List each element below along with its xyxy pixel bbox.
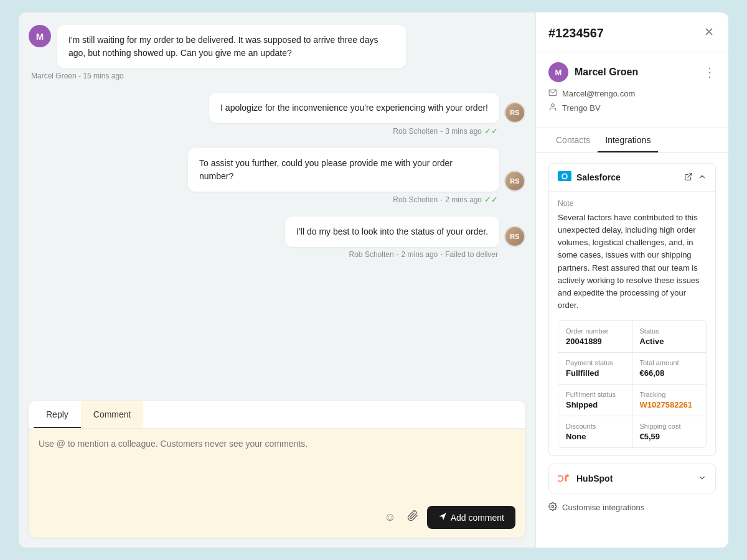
order-number-cell: Order number 20041889 <box>558 321 632 353</box>
contact-email-row: Marcel@trengo.com <box>548 88 716 99</box>
reply-tabs: Reply Comment <box>29 401 525 429</box>
salesforce-header: Salesforce <box>549 164 715 191</box>
salesforce-logo <box>558 171 571 184</box>
shipping-cost-cell: Shipping cost €5,59 <box>632 416 707 447</box>
read-checkmarks-1: ✓✓ <box>484 126 498 136</box>
incoming-bubble: I'm still waiting for my order to be del… <box>57 25 406 68</box>
tracking-cell: Tracking W1027582261 <box>632 385 707 416</box>
paperclip-icon <box>407 511 418 524</box>
tab-integrations[interactable]: Integrations <box>598 128 658 152</box>
more-options-button[interactable]: ⋮ <box>703 66 716 78</box>
note-label: Note <box>558 199 707 208</box>
outgoing-bubble-3: I'll do my best to look into the status … <box>285 217 499 247</box>
reply-bar: Reply Comment ☺ <box>29 401 525 538</box>
customise-integrations[interactable]: Customise integrations <box>548 493 716 515</box>
attachment-button[interactable] <box>405 508 421 527</box>
note-text: Several factors have contributed to this… <box>558 212 707 312</box>
contact-avatar: M <box>548 62 568 82</box>
fulfilment-cell: Fulfilment status Shipped <box>558 385 632 416</box>
outgoing-bubble-1: I apologize for the inconvenience you're… <box>209 93 499 123</box>
comment-area <box>29 429 525 501</box>
message-incoming: M I'm still waiting for my order to be d… <box>29 25 525 80</box>
hubspot-logo <box>558 472 571 485</box>
comment-input[interactable] <box>39 439 515 488</box>
salesforce-external-link[interactable] <box>684 172 693 183</box>
chat-messages: M I'm still waiting for my order to be d… <box>29 25 525 401</box>
avatar-m: M <box>29 25 51 47</box>
company-icon <box>548 103 557 113</box>
hubspot-name: HubSpot <box>576 474 613 483</box>
close-button[interactable] <box>702 25 716 42</box>
hubspot-expand[interactable] <box>698 474 707 484</box>
comment-actions: ☺ Add comment <box>29 501 525 538</box>
ticket-header: #1234567 <box>536 12 728 52</box>
agent-avatar-2: RS <box>504 170 525 192</box>
agent-avatar-1: RS <box>504 102 525 123</box>
outgoing-meta-1: Rob Scholten - 3 mins ago ✓✓ <box>393 126 498 136</box>
svg-line-5 <box>688 173 692 177</box>
contact-company-row: Trengo BV <box>548 103 716 113</box>
add-comment-button[interactable]: Add comment <box>427 506 515 529</box>
panel-tabs: Contacts Integrations <box>536 128 728 153</box>
send-icon <box>438 512 447 523</box>
outgoing-bubble-2: To assist you further, could you please … <box>188 148 499 192</box>
salesforce-name-row: Salesforce <box>558 171 621 184</box>
tab-contacts[interactable]: Contacts <box>548 128 598 152</box>
outgoing-meta-3: Rob Scholten - 2 mins ago - Failed to de… <box>349 250 498 259</box>
message-outgoing-1: I apologize for the inconvenience you're… <box>29 93 525 136</box>
chat-panel: M I'm still waiting for my order to be d… <box>19 12 535 548</box>
message-outgoing-3: I'll do my best to look into the status … <box>29 217 525 259</box>
outgoing-meta-2: Rob Scholten - 2 mins ago ✓✓ <box>393 195 498 204</box>
total-amount-cell: Total amount €66,08 <box>632 353 707 385</box>
right-panel: #1234567 M Marcel Groen ⋮ <box>535 12 728 548</box>
payment-status-cell: Payment status Fullfilled <box>558 353 632 385</box>
contact-name: Marcel Groen <box>575 67 638 78</box>
reply-tab[interactable]: Reply <box>34 401 81 428</box>
salesforce-card: Salesforce <box>548 163 716 456</box>
agent-avatar-3: RS <box>504 226 525 247</box>
comment-tab[interactable]: Comment <box>81 401 144 428</box>
hubspot-card[interactable]: HubSpot <box>548 464 716 493</box>
order-grid: Order number 20041889 Status Active Paym… <box>558 320 707 448</box>
svg-point-3 <box>552 104 555 107</box>
emoji-button[interactable]: ☺ <box>382 508 398 526</box>
status-cell: Status Active <box>632 321 707 353</box>
discounts-cell: Discounts None <box>558 416 632 447</box>
contact-info: M Marcel Groen ⋮ Marcel@trengo.com <box>536 52 728 128</box>
email-icon <box>548 88 557 99</box>
salesforce-collapse[interactable] <box>698 172 707 183</box>
svg-point-8 <box>552 505 554 508</box>
ticket-id: #1234567 <box>548 26 604 40</box>
hubspot-name-row: HubSpot <box>558 472 613 485</box>
failed-status: Failed to deliver <box>445 250 498 259</box>
contact-name-row: M Marcel Groen ⋮ <box>548 62 716 82</box>
salesforce-name: Salesforce <box>576 172 621 182</box>
salesforce-body: Note Several factors have contributed to… <box>549 191 715 455</box>
integrations-content: Salesforce <box>536 153 728 548</box>
salesforce-actions <box>684 172 707 183</box>
incoming-meta: Marcel Groen - 15 mins ago <box>31 72 124 80</box>
message-outgoing-2: To assist you further, could you please … <box>29 148 525 204</box>
gear-icon <box>548 502 557 513</box>
read-checkmarks-2: ✓✓ <box>484 195 498 204</box>
